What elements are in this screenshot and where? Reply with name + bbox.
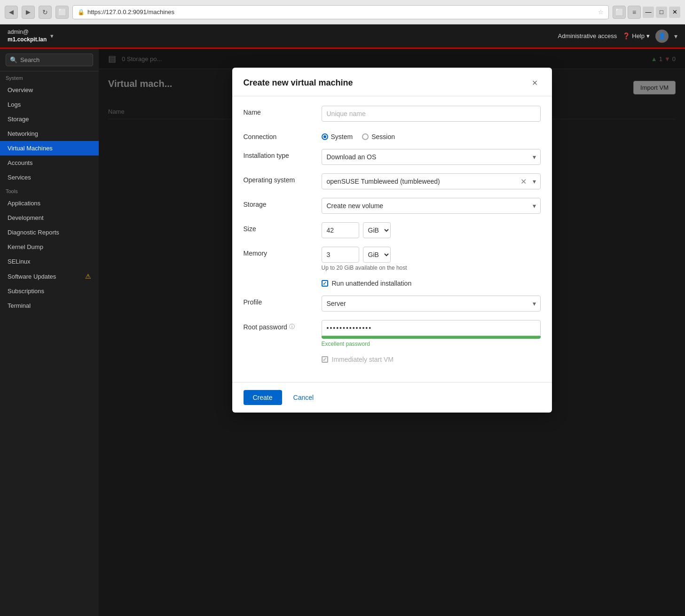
sidebar-item-applications[interactable]: Applications [0, 196, 99, 211]
sidebar-item-virtual-machines[interactable]: Virtual Machines [0, 141, 99, 156]
connection-label: Connection [244, 130, 314, 140]
installation-type-row: Installation type Download an OS ISO ima… [244, 149, 541, 165]
name-row: Name [244, 106, 541, 122]
operating-system-row: Operating system openSUSE Tumbleweed (tu… [244, 173, 541, 189]
password-section [322, 320, 541, 339]
close-button[interactable]: ✕ [669, 7, 680, 18]
profile-label: Profile [244, 296, 314, 306]
system-radio-dot[interactable] [322, 133, 328, 140]
sidebar-terminal-label: Terminal [8, 302, 31, 309]
root-password-label: Root password ⓘ [244, 320, 314, 331]
name-label: Name [244, 106, 314, 116]
memory-input[interactable] [322, 247, 359, 263]
browser-chrome: ◀ ▶ ↻ ⬜ 🔒 https://127.0.0.2:9091/machine… [0, 0, 685, 24]
app-header: admin@ m1.cockpit.lan ▾ Administrative a… [0, 24, 685, 49]
extensions-button[interactable]: ⬜ [613, 6, 626, 19]
search-box[interactable]: 🔍 Search [6, 54, 93, 66]
address-bar[interactable]: 🔒 https://127.0.0.2:9091/machines ☆ [72, 5, 609, 19]
new-tab-button[interactable]: ⬜ [55, 6, 69, 19]
storage-row: Storage Create new volume No storage Exi… [244, 198, 541, 214]
sidebar-item-software-updates[interactable]: Software Updates ⚠ [0, 269, 99, 284]
sidebar-kernel-label: Kernel Dump [8, 243, 43, 250]
user-dropdown-arrow[interactable]: ▾ [50, 32, 54, 39]
memory-control: GiB MiB Up to 20 GiB available on the ho… [322, 247, 541, 271]
connection-system-option[interactable]: System [322, 133, 353, 140]
name-input[interactable] [322, 106, 541, 122]
modal-footer: Create Cancel [232, 382, 552, 413]
sidebar-development-label: Development [8, 214, 44, 221]
forward-button[interactable]: ▶ [22, 6, 35, 19]
name-control [322, 106, 541, 122]
sidebar-overview-label: Overview [8, 86, 33, 94]
refresh-button[interactable]: ↻ [39, 6, 52, 19]
memory-row: Memory GiB MiB Up to 20 GiB available [244, 247, 541, 271]
sidebar-item-storage[interactable]: Storage [0, 112, 99, 126]
menu-button[interactable]: ≡ [628, 6, 641, 19]
session-radio-dot[interactable] [362, 133, 369, 140]
memory-unit-select[interactable]: GiB MiB [363, 247, 391, 263]
sidebar-item-networking[interactable]: Networking [0, 126, 99, 141]
operating-system-label: Operating system [244, 173, 314, 184]
root-password-row: Root password ⓘ Excellent password [244, 320, 541, 347]
run-unattended-checkbox[interactable] [322, 280, 328, 287]
brand: admin@ m1.cockpit.lan ▾ [8, 29, 54, 43]
size-input[interactable] [322, 222, 359, 238]
admin-access-text: Administrative access [558, 32, 617, 39]
sidebar-diagnostic-label: Diagnostic Reports [8, 229, 59, 236]
connection-session-option[interactable]: Session [362, 133, 395, 140]
storage-label: Storage [244, 198, 314, 208]
create-button[interactable]: Create [244, 390, 282, 405]
connection-radio-group: System Session [322, 130, 541, 140]
sidebar-item-services[interactable]: Services [0, 170, 99, 185]
bookmark-icon[interactable]: ☆ [598, 8, 604, 16]
sidebar-item-overview[interactable]: Overview [0, 83, 99, 97]
content-area: ▤ 0 Storage po... ▲ 1 ▼ 0 Virtual mach..… [99, 49, 685, 616]
help-button[interactable]: ❓ Help ▾ [622, 32, 650, 39]
help-circle-icon: ⓘ [289, 323, 295, 331]
url-text: https://127.0.0.2:9091/machines [87, 8, 174, 16]
sidebar-item-diagnostic-reports[interactable]: Diagnostic Reports [0, 225, 99, 240]
modal-title: Create new virtual machine [244, 78, 353, 88]
memory-label: Memory [244, 247, 314, 257]
sidebar-item-accounts[interactable]: Accounts [0, 156, 99, 170]
minimize-button[interactable]: — [643, 7, 654, 18]
help-icon: ❓ [622, 32, 630, 39]
user-avatar[interactable]: 👤 [655, 30, 669, 43]
sidebar-item-selinux[interactable]: SELinux [0, 254, 99, 269]
immediately-start-checkbox [322, 356, 328, 363]
modal-body: Name Connection [232, 96, 552, 382]
search-icon: 🔍 [10, 56, 17, 63]
os-clear-button[interactable]: ✕ [520, 177, 527, 186]
profile-select[interactable]: Server Desktop Workstation [322, 296, 541, 312]
hostname: m1.cockpit.lan [8, 36, 47, 44]
back-button[interactable]: ◀ [5, 6, 18, 19]
create-vm-dialog: Create new virtual machine × Name [232, 68, 552, 413]
sidebar-item-kernel-dump[interactable]: Kernel Dump [0, 240, 99, 254]
help-text: Help [632, 32, 645, 39]
sidebar-virtual-machines-label: Virtual Machines [8, 145, 53, 152]
avatar-dropdown-arrow[interactable]: ▾ [674, 32, 677, 40]
search-placeholder: Search [20, 56, 39, 63]
sidebar-item-logs[interactable]: Logs [0, 97, 99, 112]
storage-select[interactable]: Create new volume No storage Existing vo… [322, 198, 541, 214]
installation-type-label: Installation type [244, 149, 314, 159]
operating-system-control: openSUSE Tumbleweed (tumbleweed) ✕ ▾ [322, 173, 541, 189]
immediately-start-label: Immediately start VM [332, 356, 394, 363]
sidebar-item-development[interactable]: Development [0, 211, 99, 225]
maximize-button[interactable]: □ [656, 7, 667, 18]
app-container: admin@ m1.cockpit.lan ▾ Administrative a… [0, 24, 685, 616]
sidebar-search-container: 🔍 Search [0, 49, 99, 71]
cancel-button[interactable]: Cancel [288, 390, 320, 405]
storage-control: Create new volume No storage Existing vo… [322, 198, 541, 214]
sidebar-item-terminal[interactable]: Terminal [0, 298, 99, 313]
memory-hint: Up to 20 GiB available on the host [322, 265, 541, 271]
sidebar-subscriptions-label: Subscriptions [8, 288, 44, 295]
sidebar-item-subscriptions[interactable]: Subscriptions [0, 284, 99, 298]
operating-system-select[interactable]: openSUSE Tumbleweed (tumbleweed) [322, 173, 541, 189]
password-strength-label: Excellent password [322, 341, 541, 347]
storage-select-wrapper: Create new volume No storage Existing vo… [322, 198, 541, 214]
size-unit-select[interactable]: GiB MiB TiB [363, 222, 391, 238]
root-password-input[interactable] [322, 320, 541, 336]
installation-type-select[interactable]: Download an OS ISO image PXE Import disk… [322, 149, 541, 165]
modal-close-button[interactable]: × [529, 77, 541, 88]
